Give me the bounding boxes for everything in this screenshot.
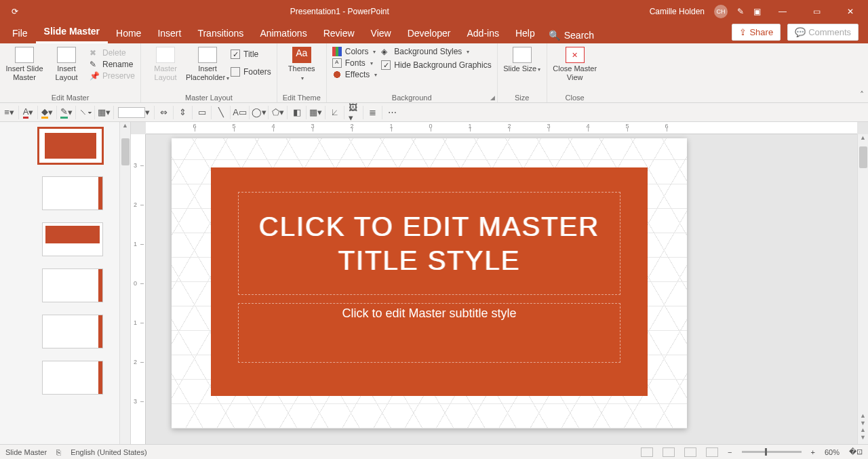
slide-canvas[interactable]: Click to edit Master title style Click t… (172, 138, 687, 428)
close-window-button[interactable]: ✕ (838, 2, 863, 21)
spellcheck-icon[interactable]: ⎘ (56, 448, 61, 456)
rename-button[interactable]: ✎Rename (90, 60, 135, 69)
work-area: ▲ 6543210123456 3210123 Click to edit Ma… (0, 122, 868, 444)
fonts-dropdown[interactable]: AFonts▾ (332, 58, 377, 68)
slide-size-button[interactable]: Slide Size▾ (503, 45, 541, 73)
tab-developer[interactable]: Developer (399, 24, 459, 43)
collapse-ribbon-icon[interactable]: ˄ (860, 90, 864, 100)
text-box[interactable]: A▭ (235, 106, 250, 119)
close-master-view-button[interactable]: ✕ Close Master View (553, 45, 597, 81)
maximize-button[interactable]: ▭ (804, 2, 829, 21)
layout-thumb-5[interactable] (42, 361, 103, 395)
minimize-button[interactable]: — (770, 2, 795, 21)
distribute-h[interactable]: ⇔ (159, 106, 174, 119)
layout-thumb-1[interactable] (42, 176, 103, 210)
crop[interactable]: ⟀ (330, 106, 344, 119)
share-button[interactable]: ⇪Share (732, 24, 781, 41)
share-icon: ⇪ (739, 27, 747, 37)
tab-review[interactable]: Review (315, 24, 363, 43)
master-subtitle-placeholder[interactable]: Click to edit Master subtitle style (238, 303, 620, 363)
status-language[interactable]: English (United States) (71, 448, 147, 456)
document-title: Presentation1 - PowerPoint (30, 7, 650, 16)
fill-color[interactable]: ◆▾ (42, 106, 57, 119)
title-slide-panel: Click to edit Master title style Click t… (211, 167, 648, 396)
slideshow-view-button[interactable] (706, 447, 718, 457)
picture[interactable]: 🖼▾ (349, 106, 363, 119)
slide-size-icon (513, 47, 532, 63)
close-master-icon: ✕ (566, 47, 585, 63)
zoom-level[interactable]: 60% (825, 448, 840, 456)
shape-rect[interactable]: ▭ (197, 106, 212, 119)
master-title-placeholder[interactable]: Click to edit Master title style (238, 192, 620, 295)
layout-thumb-3[interactable] (42, 268, 103, 302)
zoom-combo[interactable]: ▾ (118, 106, 155, 119)
sorter-view-button[interactable] (663, 447, 675, 457)
zoom-out-button[interactable]: − (728, 448, 732, 456)
normal-view-button[interactable] (641, 447, 653, 457)
bg-styles-icon: ◈ (381, 47, 391, 56)
tab-file[interactable]: File (4, 24, 36, 43)
selection-pane[interactable]: ≣ (368, 106, 382, 119)
tab-view[interactable]: View (363, 24, 399, 43)
thumb-scrollbar[interactable]: ▲ (119, 122, 130, 444)
insert-slide-master-button[interactable]: Insert Slide Master (5, 45, 43, 81)
shapes-menu[interactable]: ◯▾ (254, 106, 269, 119)
colors-icon (332, 47, 342, 56)
arrange[interactable]: ▦▾ (99, 106, 114, 119)
change-shape[interactable]: ⬠▾ (273, 106, 288, 119)
tab-animations[interactable]: Animations (252, 24, 315, 43)
title-checkbox[interactable]: ✓Title (231, 49, 271, 59)
colors-dropdown[interactable]: Colors▾ (332, 47, 377, 56)
font-color[interactable]: A▾ (23, 106, 38, 119)
search-box[interactable]: 🔍Search (543, 27, 599, 43)
slide-stage: 6543210123456 3210123 Click to edit Mast… (131, 122, 868, 444)
zoom-slider[interactable] (742, 451, 802, 453)
tab-addins[interactable]: Add-ins (458, 24, 507, 43)
group-close: ✕ Close Master View Close (547, 43, 603, 102)
layout-thumb-2[interactable] (42, 222, 103, 256)
autosave-icon: ⟳ (0, 7, 30, 16)
distribute-v[interactable]: ⇕ (178, 106, 193, 119)
user-avatar[interactable]: CH (714, 5, 728, 18)
reading-view-button[interactable] (684, 447, 696, 457)
themes-button[interactable]: Aa Themes▾ (283, 45, 321, 81)
horizontal-ruler: 6543210123456 (146, 122, 857, 134)
preserve-icon: 📌 (90, 71, 99, 81)
hide-bg-graphics-checkbox[interactable]: ✓Hide Background Graphics (381, 60, 491, 70)
effects-dropdown[interactable]: Effects▾ (332, 70, 377, 79)
eyedropper[interactable]: ⟍▾ (80, 106, 95, 119)
tab-insert[interactable]: Insert (149, 24, 189, 43)
drawing-mode-icon[interactable]: ✎ (737, 7, 744, 16)
vertical-ruler: 3210123 (131, 134, 146, 444)
layout-thumb-4[interactable] (42, 315, 103, 348)
tab-home[interactable]: Home (108, 24, 149, 43)
tab-help[interactable]: Help (507, 24, 543, 43)
search-icon: 🔍 (549, 30, 560, 41)
fit-to-window-button[interactable]: �⊡ (849, 447, 863, 456)
merge-shapes[interactable]: ◧ (292, 106, 307, 119)
status-view: Slide Master (5, 448, 47, 456)
more-commands[interactable]: ⋯ (387, 106, 401, 119)
footers-checkbox[interactable]: Footers (231, 67, 271, 77)
group-size: Slide Size▾ Size (498, 43, 547, 102)
display-mode-icon[interactable]: ▣ (753, 7, 761, 16)
table[interactable]: ▦▾ (311, 106, 326, 119)
stage-scrollbar[interactable]: ▲ ▲▼▲▼ (857, 134, 868, 444)
insert-placeholder-button[interactable]: Insert Placeholder▾ (189, 45, 226, 81)
background-styles-dropdown[interactable]: ◈Background Styles▾ (381, 47, 491, 56)
themes-icon: Aa (292, 47, 311, 63)
tab-transitions[interactable]: Transitions (189, 24, 252, 43)
tab-slide-master[interactable]: Slide Master (36, 22, 108, 43)
align-menu[interactable]: ≡▾ (4, 106, 19, 119)
group-edit-master: Insert Slide Master Insert Layout ✖Delet… (0, 43, 141, 102)
outline-color[interactable]: ✎▾ (61, 106, 76, 119)
comments-button[interactable]: 💬Comments (787, 24, 859, 41)
background-dialog-launcher[interactable]: ◢ (490, 94, 495, 101)
slide-master-thumb[interactable] (38, 127, 103, 164)
delete-button: ✖Delete (90, 48, 135, 58)
shape-line[interactable]: ╲ (216, 106, 231, 119)
ribbon-tabs: File Slide Master Home Insert Transition… (0, 23, 868, 43)
zoom-in-button[interactable]: + (811, 448, 815, 456)
insert-layout-button[interactable]: Insert Layout (47, 45, 85, 81)
user-name: Camille Holden (650, 7, 705, 16)
